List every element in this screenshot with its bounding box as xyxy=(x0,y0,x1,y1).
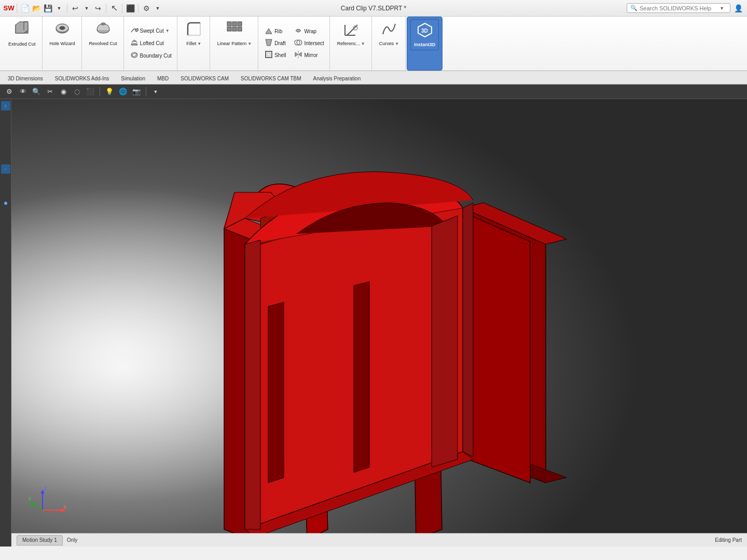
instant3d-label: Instant3D xyxy=(414,42,435,48)
hide-show-icon[interactable]: ◌ xyxy=(72,87,82,97)
status-right: Editing Part xyxy=(715,537,742,543)
sidebar-arrow-btn[interactable]: › xyxy=(1,101,10,110)
svg-marker-11 xyxy=(132,40,136,41)
linear-pattern-button[interactable]: Linear Pattern ▼ xyxy=(214,19,255,49)
rib-col: Rib Draft Shell xyxy=(262,25,288,61)
section-view-icon[interactable]: ✂ xyxy=(45,87,55,97)
coordinate-axes: Z X Y xyxy=(27,484,68,515)
lp-dropdown-icon[interactable]: ▼ xyxy=(247,41,252,46)
options-icon[interactable]: ⚙ xyxy=(142,4,151,13)
tab-simulation[interactable]: Simulation xyxy=(115,73,151,84)
select-icon[interactable]: ↖ xyxy=(109,4,119,13)
instant3d-button[interactable]: 3D Instant3D xyxy=(410,19,439,50)
swept-cut-button[interactable]: Swept Cut ▼ xyxy=(128,25,174,37)
open-icon[interactable]: 📂 xyxy=(32,4,41,13)
separator xyxy=(17,4,17,13)
save-icon[interactable]: 💾 xyxy=(43,4,52,13)
undo-icon[interactable]: ↩ xyxy=(71,4,80,13)
save-dropdown-icon[interactable]: ▼ xyxy=(54,4,64,13)
lighting-icon[interactable]: 💡 xyxy=(104,87,115,97)
svg-marker-10 xyxy=(131,44,137,45)
secondary-toolbar: ⚙ 👁 🔍 ✂ ◉ ◌ ⬛ 💡 🌐 📷 ▼ xyxy=(0,85,747,99)
wrap-label: Wrap xyxy=(304,29,316,34)
instant3d-group: 3D Instant3D xyxy=(407,17,442,71)
tab-sw-cam-tbm[interactable]: SOLIDWORKS CAM TBM xyxy=(235,73,307,84)
svg-rect-21 xyxy=(238,27,242,31)
separator xyxy=(67,4,67,13)
hole-wizard-label: Hole Wizard xyxy=(50,41,75,47)
svg-marker-1 xyxy=(16,22,28,33)
user-icon[interactable]: 👤 xyxy=(734,4,743,13)
svg-text:3D: 3D xyxy=(421,28,428,34)
fillet-dropdown-icon[interactable]: ▼ xyxy=(197,41,201,46)
mirror-button[interactable]: Mirror xyxy=(292,49,326,61)
ribbon: Extruded Cut Hole Wizard Revolved Cut xyxy=(0,17,747,71)
zoom-icon[interactable]: 🔍 xyxy=(31,87,42,97)
svg-text:Z: Z xyxy=(44,486,47,492)
extruded-cut-button[interactable]: Extruded Cut xyxy=(5,19,39,49)
svg-point-8 xyxy=(101,23,105,25)
reference-button[interactable]: Referenc... ▼ xyxy=(334,19,368,49)
fillet-button[interactable]: Fillet ▼ xyxy=(182,19,206,49)
main-area: › › xyxy=(0,99,747,547)
view-settings-icon[interactable]: ⚙ xyxy=(4,87,15,97)
features-group: Rib Draft Shell xyxy=(259,17,330,71)
draft-button[interactable]: Draft xyxy=(262,37,288,49)
svg-rect-24 xyxy=(266,51,272,58)
motion-study-tab[interactable]: Motion Study 1 xyxy=(17,535,63,545)
more-options-icon[interactable]: ▼ xyxy=(150,87,161,97)
curves-button[interactable]: Curves ▼ xyxy=(376,19,402,49)
lofted-cut-icon xyxy=(130,38,139,48)
scene-icon[interactable]: 🌐 xyxy=(118,87,128,97)
viewport[interactable]: Z X Y Motion Study 1 Only Editing Part xyxy=(11,99,747,547)
new-icon[interactable]: 📄 xyxy=(20,4,30,13)
sec-sep-2 xyxy=(146,87,146,96)
svg-point-6 xyxy=(60,26,65,30)
lofted-cut-label: Lofted Cut xyxy=(140,40,164,46)
display-mode-icon[interactable]: ◉ xyxy=(58,87,68,97)
curves-dropdown-icon[interactable]: ▼ xyxy=(395,41,399,46)
intersect-label: Intersect xyxy=(304,40,324,46)
revolved-cut-icon xyxy=(95,21,112,39)
tab-3d-dimensions[interactable]: 3D Dimensions xyxy=(2,73,49,84)
svg-rect-17 xyxy=(232,22,237,26)
titlebar-right: 🔍 ▼ 👤 xyxy=(627,3,743,13)
sidebar-indicator-1[interactable]: › xyxy=(1,164,10,174)
edit-appear-icon[interactable]: ⬛ xyxy=(85,87,95,97)
revolved-cut-button[interactable]: Revolved Cut xyxy=(86,19,120,49)
wrap-button[interactable]: Wrap xyxy=(292,25,326,37)
undo-dropdown-icon[interactable]: ▼ xyxy=(82,4,91,13)
rib-label: Rib xyxy=(274,29,282,34)
view-orientation-icon[interactable]: 👁 xyxy=(18,87,28,97)
rib-button[interactable]: Rib xyxy=(262,25,288,37)
camera-icon[interactable]: 📷 xyxy=(131,87,142,97)
tab-addins[interactable]: SOLIDWORKS Add-Ins xyxy=(49,73,115,84)
rebuild-icon[interactable]: ⬛ xyxy=(126,4,135,13)
titlebar: SW 📄 📂 💾 ▼ ↩ ▼ ↪ ↖ ⬛ ⚙ ▼ Card Clip V7.SL… xyxy=(0,0,747,17)
tab-sw-cam[interactable]: SOLIDWORKS CAM xyxy=(175,73,234,84)
ref-dropdown-icon[interactable]: ▼ xyxy=(361,41,365,46)
search-input[interactable] xyxy=(640,5,717,11)
boundary-cut-icon xyxy=(130,51,139,61)
sw-logo-icon[interactable]: SW xyxy=(4,4,13,13)
search-dropdown-icon[interactable]: ▼ xyxy=(720,6,724,11)
hole-wizard-button[interactable]: Hole Wizard xyxy=(47,19,78,49)
redo-icon[interactable]: ↪ xyxy=(93,4,103,13)
mirror-icon xyxy=(294,50,302,60)
curves-group: Curves ▼ xyxy=(373,17,406,71)
extruded-cut-icon xyxy=(13,21,30,40)
intersect-button[interactable]: Intersect xyxy=(292,37,326,49)
svg-marker-54 xyxy=(463,203,473,457)
fillet-label: Fillet xyxy=(186,41,196,47)
svg-marker-22 xyxy=(266,29,272,34)
lofted-cut-button[interactable]: Lofted Cut xyxy=(128,37,174,49)
tab-mbd[interactable]: MBD xyxy=(151,73,174,84)
shell-icon xyxy=(265,50,273,60)
curves-icon xyxy=(381,21,397,39)
swept-cut-dropdown[interactable]: ▼ xyxy=(165,29,170,33)
tab-analysis[interactable]: Analysis Preparation xyxy=(308,73,367,84)
shell-button[interactable]: Shell xyxy=(262,49,288,61)
boundary-cut-button[interactable]: Boundary Cut xyxy=(128,50,174,62)
extruded-cut-group: Extruded Cut xyxy=(2,17,43,71)
options-dropdown-icon[interactable]: ▼ xyxy=(153,4,162,13)
